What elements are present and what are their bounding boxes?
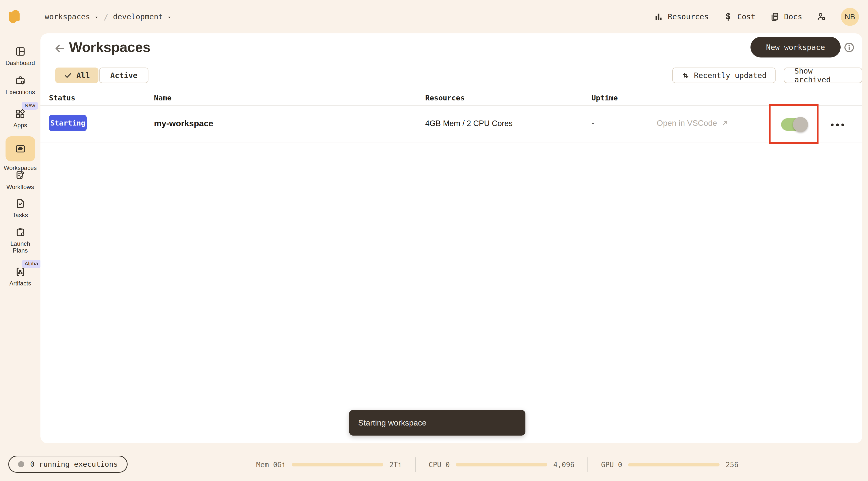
sidebar-item-apps[interactable]: New Apps: [0, 109, 40, 129]
bar-chart-icon: [654, 12, 663, 22]
sort-button[interactable]: Recently updated: [672, 67, 776, 83]
running-executions-label: 0 running executions: [30, 460, 118, 469]
gpu-meter-max: 256: [725, 461, 738, 469]
filter-active-label: Active: [110, 71, 137, 80]
user-gear-icon: [817, 12, 826, 22]
table-header: Status Name Resources Uptime: [40, 91, 862, 106]
main-card: Workspaces New workspace All Active Rece…: [40, 33, 862, 443]
sidebar-item-artifacts[interactable]: Alpha Artifacts: [0, 267, 40, 287]
toast: Starting workspace: [349, 410, 525, 436]
nav-docs[interactable]: Docs: [770, 12, 802, 22]
tasks-icon: [15, 199, 25, 209]
ellipsis-icon: [831, 124, 834, 126]
nav-resources[interactable]: Resources: [654, 12, 709, 22]
ellipsis-icon: [836, 124, 839, 126]
sidebar-item-label: Dashboard: [5, 60, 35, 66]
sort-icon: [681, 71, 690, 79]
row-actions-menu[interactable]: [831, 122, 846, 128]
toggle-knob: [793, 117, 808, 132]
show-archived-label: Show archived: [795, 67, 852, 84]
mem-meter-label: Mem 0Gi: [256, 461, 286, 469]
cpu-meter-bar: [456, 463, 547, 467]
sidebar-item-workflows[interactable]: Workflows: [0, 170, 40, 190]
sidebar-item-label: Workflows: [6, 184, 34, 190]
meter-divider: [587, 457, 588, 472]
workspace-power-toggle[interactable]: [781, 118, 805, 131]
nav-cost[interactable]: Cost: [723, 12, 755, 22]
nav-docs-label: Docs: [784, 12, 802, 21]
show-archived-button[interactable]: Show archived: [784, 67, 862, 83]
sidebar-item-workspaces[interactable]: Workspaces: [0, 136, 40, 171]
sidebar-item-label: Artifacts: [9, 280, 31, 287]
sidebar-item-label: Apps: [13, 122, 27, 129]
sidebar-item-label: Tasks: [12, 212, 28, 218]
column-header-status: Status: [49, 94, 75, 102]
mem-meter: Mem 0Gi 2Ti: [256, 461, 402, 469]
workspaces-icon: [15, 144, 25, 154]
info-icon[interactable]: [844, 42, 855, 53]
back-button[interactable]: [53, 42, 66, 55]
column-header-uptime: Uptime: [591, 94, 618, 102]
breadcrumb-separator: /: [104, 12, 108, 22]
cpu-meter-label: CPU 0: [429, 461, 450, 469]
column-header-resources: Resources: [425, 94, 465, 102]
cpu-meter-max: 4,096: [553, 461, 575, 469]
table-row[interactable]: Starting my-workspace 4GB Mem / 2 CPU Co…: [40, 106, 862, 143]
breadcrumb-project-dropdown[interactable]: workspaces: [45, 12, 99, 21]
cpu-meter: CPU 0 4,096: [429, 461, 575, 469]
arrow-up-right-icon: [720, 119, 729, 128]
breadcrumb: workspaces / development: [45, 0, 172, 33]
toggle-zone: [729, 106, 862, 143]
nav-resources-label: Resources: [668, 12, 709, 21]
nav-user-settings[interactable]: [817, 12, 826, 22]
alpha-badge: Alpha: [22, 260, 41, 268]
breadcrumb-domain-dropdown[interactable]: development: [113, 12, 172, 21]
sidebar-item-launch-plans[interactable]: Launch Plans: [0, 227, 40, 254]
new-workspace-button[interactable]: New workspace: [750, 37, 841, 58]
check-icon: [64, 71, 72, 79]
mem-meter-bar: [292, 463, 383, 467]
back-arrow-icon: [54, 43, 65, 54]
topbar: workspaces / development Resources Cost: [0, 0, 868, 33]
filter-active-chip[interactable]: Active: [99, 67, 149, 83]
status-badge: Starting: [49, 115, 87, 131]
nav-cost-label: Cost: [737, 12, 755, 21]
artifacts-icon: [15, 267, 25, 277]
sidebar-active-highlight: [5, 136, 35, 161]
workflows-icon: [15, 170, 25, 181]
sidebar-item-executions[interactable]: Executions: [0, 75, 40, 95]
resource-meters: Mem 0Gi 2Ti CPU 0 4,096 GPU 0 256: [256, 457, 738, 472]
sidebar-item-dashboard[interactable]: Dashboard: [0, 46, 40, 66]
union-logo[interactable]: [8, 8, 20, 24]
launch-plans-icon: [15, 227, 25, 237]
gpu-meter-label: GPU 0: [601, 461, 622, 469]
workspace-name: my-workspace: [154, 119, 213, 128]
sidebar-item-label: Workspaces: [4, 164, 37, 171]
sidebar-item-tasks[interactable]: Tasks: [0, 199, 40, 218]
meter-divider: [415, 457, 416, 472]
sort-label: Recently updated: [694, 71, 767, 80]
executions-icon: [15, 75, 25, 86]
topnav: Resources Cost Docs NB: [654, 0, 868, 33]
dollar-icon: [723, 12, 733, 22]
toast-message: Starting workspace: [358, 418, 427, 427]
open-in-vscode-link[interactable]: Open in VSCode: [654, 119, 729, 128]
status-dot-icon: [18, 461, 24, 467]
dashboard-icon: [15, 46, 25, 57]
apps-icon: [15, 109, 25, 119]
docs-icon: [770, 12, 780, 22]
mem-meter-max: 2Ti: [389, 461, 402, 469]
ellipsis-icon: [841, 124, 844, 126]
filter-all-chip[interactable]: All: [55, 67, 98, 83]
caret-down-icon: [166, 14, 172, 20]
gpu-meter: GPU 0 256: [601, 461, 738, 469]
new-badge: New: [22, 102, 38, 110]
caret-down-icon: [94, 14, 99, 20]
breadcrumb-project-label: workspaces: [45, 12, 90, 21]
gpu-meter-bar: [628, 463, 719, 467]
workspace-resources: 4GB Mem / 2 CPU Cores: [425, 119, 513, 128]
sidebar-item-label: Executions: [5, 89, 35, 95]
running-executions-pill[interactable]: 0 running executions: [8, 456, 128, 473]
avatar[interactable]: NB: [841, 8, 859, 26]
filter-row: All Active Recently updated Show archive…: [40, 67, 862, 83]
